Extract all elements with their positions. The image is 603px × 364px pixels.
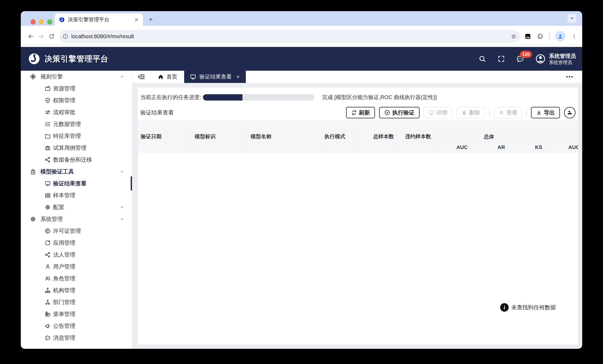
header-actions: 120 系统管理员 系统管理员 [478, 53, 576, 65]
content-panel: 当前正在执行的任务进度: 完成 [模型区分能力验证,ROC 曲线执行器(定性)]… [138, 88, 578, 345]
browser-action-icons [524, 31, 577, 42]
sidebar-item-dept-mgmt[interactable]: 部门管理 [21, 296, 132, 308]
col-auc: AUC [433, 142, 470, 152]
tab-search-button[interactable] [568, 14, 577, 23]
sidebar-section-system-mgmt[interactable]: 系统管理 [21, 213, 132, 225]
sidebar-item-feature-lib-mgmt[interactable]: 特征库管理 [21, 130, 132, 142]
dept-tree-icon [45, 299, 51, 305]
main-area: 首页 验证结果查看 当前正在执行的任务进度: 完成 [模型区分能力验证,ROC … [132, 71, 582, 349]
chevron-down-icon [119, 205, 125, 210]
progress-bar [203, 94, 314, 101]
browser-profile-avatar[interactable] [555, 31, 566, 42]
extensions-puzzle-icon[interactable] [537, 33, 543, 40]
sidebar-item-validation-result[interactable]: 验证结果查看 [21, 178, 132, 189]
sidebar-item-role-mgmt[interactable]: 角色管理 [21, 273, 132, 284]
group-row-top [433, 121, 578, 132]
user-menu[interactable]: 系统管理员 系统管理员 [535, 53, 576, 65]
column-settings-button[interactable] [564, 107, 576, 118]
delete-button[interactable]: 删除 [456, 107, 485, 118]
sidebar-item-app-mgmt[interactable]: 应用管理 [21, 237, 132, 249]
sidebar-item-message-mgmt[interactable]: 消息管理 [21, 332, 132, 344]
forward-button[interactable] [36, 31, 46, 42]
sidebar-item-metadata-mgmt[interactable]: 元数据管理 [21, 118, 132, 130]
profile-person-icon [557, 33, 563, 40]
new-tab-button[interactable] [146, 14, 156, 25]
reload-button[interactable] [46, 31, 57, 42]
sidebar-item-sample-mgmt[interactable]: 样本管理 [21, 189, 132, 201]
browser-window: 决策引擎管理平台 localhost:8080/#/mv/result [21, 11, 582, 349]
site-info-icon[interactable] [62, 33, 69, 40]
sidebar-item-license-mgmt[interactable]: 许可证管理 [21, 225, 132, 237]
fullscreen-button[interactable] [497, 55, 506, 63]
sidebar-item-resource-mgmt[interactable]: 资源管理 [21, 82, 132, 94]
org-tree-icon [45, 287, 51, 294]
execute-validation-button[interactable]: 执行验证 [379, 107, 419, 118]
back-button[interactable] [26, 31, 36, 42]
trash-icon [461, 110, 467, 115]
rule-engine-icon [30, 73, 36, 80]
window-controls [30, 19, 52, 24]
tab-home[interactable]: 首页 [151, 71, 184, 83]
url-text[interactable]: localhost:8080/#/mv/result [71, 34, 510, 40]
header-search-button[interactable] [478, 55, 487, 63]
tab-options-icon[interactable] [565, 71, 574, 83]
col-group-overall: 总体 [433, 132, 545, 142]
chevron-up-icon [119, 74, 125, 79]
table-header: 验证日期 模型标识 模型名称 执行模式 总样本数 违约样本数 总体 AUC [138, 121, 578, 152]
eye-icon [499, 110, 504, 115]
close-tab-icon[interactable] [236, 75, 240, 79]
toolbar: 验证结果查看 刷新 执行验证 详情 删除 查看 导出 [138, 105, 578, 121]
list-box-icon [45, 192, 51, 198]
tab-validation-result[interactable]: 验证结果查看 [184, 71, 246, 83]
view-button[interactable]: 查看 [494, 107, 522, 118]
messages-button[interactable]: 120 [516, 55, 524, 63]
briefcase-icon [45, 145, 51, 151]
sidebar-item-data-backup-migration[interactable]: 数据备份和迁移 [21, 154, 132, 166]
export-button[interactable]: 导出 [531, 107, 560, 118]
browser-menu-icon[interactable] [571, 33, 577, 40]
col-group-next [545, 132, 578, 142]
message-count-badge: 120 [520, 51, 532, 58]
user-avatar-icon [535, 53, 546, 64]
favicon-logo-icon [59, 17, 65, 23]
page-tabs: 首页 验证结果查看 [132, 71, 582, 83]
sidebar-item-legal-entity-mgmt[interactable]: 法人管理 [21, 249, 132, 261]
sidebar-item-notice-mgmt[interactable]: 公告管理 [21, 320, 132, 332]
col-exec-mode: 执行模式 [322, 121, 359, 152]
refresh-button[interactable]: 刷新 [346, 107, 375, 118]
menu-card-icon [45, 311, 51, 317]
app-icon [45, 240, 51, 246]
extension-action-icon[interactable] [524, 33, 531, 40]
toolbar-divider [489, 108, 489, 117]
sidebar-item-permission-mgmt[interactable]: 权限管理 [21, 94, 132, 106]
ordered-list-icon [45, 121, 51, 127]
bookmark-star-icon[interactable] [510, 33, 517, 40]
sidebar-item-process-approval[interactable]: 流程审批 [21, 106, 132, 118]
collapse-sidebar-icon[interactable] [132, 71, 151, 83]
home-icon [158, 74, 164, 80]
close-tab-icon[interactable] [134, 17, 139, 22]
zoom-window-button[interactable] [47, 19, 52, 24]
sidebar-item-config[interactable]: 配置 [21, 201, 132, 213]
sidebar-section-rule-engine[interactable]: 规则引擎 [21, 71, 132, 82]
refresh-icon [351, 110, 357, 115]
sidebar-item-menu-mgmt[interactable]: 菜单管理 [21, 308, 132, 320]
detail-button[interactable]: 详情 [424, 107, 452, 118]
sidebar-item-trial-case-mgmt[interactable]: 试算用例管理 [21, 142, 132, 154]
sidebar-section-model-validation[interactable]: 模型验证工具 [21, 166, 132, 178]
sidebar-item-user-mgmt[interactable]: 用户管理 [21, 261, 132, 273]
share-icon [45, 157, 51, 163]
app-title: 决策引擎管理平台 [45, 54, 108, 64]
close-window-button[interactable] [30, 19, 36, 24]
browser-tab[interactable]: 决策引擎管理平台 [55, 13, 143, 26]
download-icon [536, 110, 542, 115]
sidebar-item-org-mgmt[interactable]: 机构管理 [21, 284, 132, 296]
chevron-up-icon [119, 216, 125, 222]
address-bar[interactable]: localhost:8080/#/mv/result [59, 30, 520, 43]
sidebar: 规则引擎 资源管理 权限管理 流程审批 元数据管理 特征库管理 试算用例管理 数… [21, 71, 132, 349]
table-body: i 未查找到任何数据 [138, 152, 578, 345]
empty-state-text: 未查找到任何数据 [511, 304, 556, 311]
minimize-window-button[interactable] [39, 19, 44, 24]
person-gear-icon [567, 109, 573, 116]
gear-icon [30, 216, 36, 222]
